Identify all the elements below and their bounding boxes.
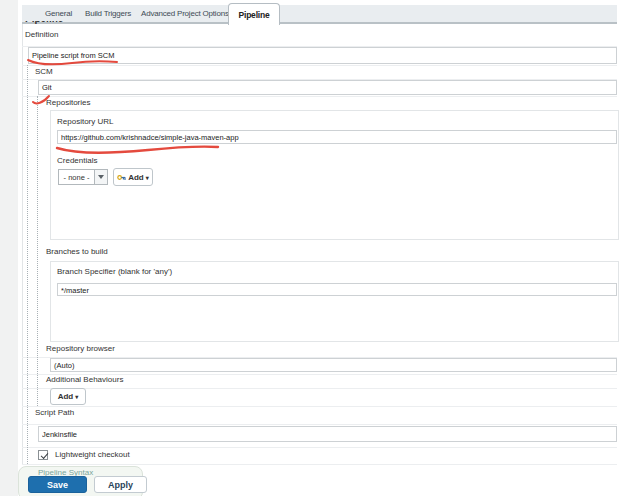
- repository-url-input[interactable]: [57, 130, 617, 144]
- branch-specifier-input[interactable]: [57, 283, 617, 296]
- row-separator: [22, 447, 617, 448]
- credentials-select[interactable]: - none -: [58, 169, 95, 185]
- jenkins-pipeline-config-page: General Build Triggers Advanced Project …: [0, 0, 624, 496]
- credentials-add-button[interactable]: Add ▾: [113, 168, 153, 186]
- save-button[interactable]: Save: [28, 476, 87, 493]
- scm-select[interactable]: Git: [38, 80, 617, 95]
- repository-browser-value: (Auto): [54, 361, 74, 370]
- credentials-select-chevron[interactable]: [95, 169, 108, 185]
- row-separator: [22, 388, 617, 389]
- content-left-border: [22, 24, 23, 465]
- repositories-label: Repositories: [46, 98, 90, 107]
- row-separator: [22, 424, 617, 425]
- nesting-guide-line: [27, 65, 28, 464]
- row-separator: [22, 65, 617, 66]
- chevron-down-icon: [98, 175, 104, 179]
- script-path-label: Script Path: [35, 408, 74, 417]
- apply-button[interactable]: Apply: [94, 476, 147, 493]
- tab-build-triggers[interactable]: Build Triggers: [85, 9, 131, 18]
- script-path-input[interactable]: [38, 426, 617, 442]
- caret-down-icon: ▾: [146, 174, 149, 181]
- nesting-guide-line: [37, 96, 38, 406]
- credentials-label: Credentials: [57, 156, 97, 165]
- additional-behaviours-add-button[interactable]: Add ▾: [50, 388, 86, 405]
- branches-to-build-label: Branches to build: [46, 247, 108, 256]
- caret-down-icon: ▾: [75, 393, 78, 400]
- definition-label: Definition: [25, 30, 58, 39]
- row-separator: [22, 406, 617, 407]
- page-left-margin: [0, 0, 18, 496]
- tab-pipeline-active[interactable]: Pipeline: [228, 3, 280, 25]
- lightweight-checkout-checkbox[interactable]: [38, 450, 48, 460]
- row-separator: [22, 96, 617, 97]
- repository-browser-label: Repository browser: [46, 344, 115, 353]
- tab-general[interactable]: General: [45, 9, 72, 18]
- branch-specifier-label: Branch Specifier (blank for 'any'): [57, 267, 172, 276]
- repository-browser-select[interactable]: (Auto): [50, 358, 617, 372]
- additional-add-label: Add: [58, 392, 74, 401]
- scm-select-value: Git: [42, 83, 52, 92]
- tab-advanced-project-options[interactable]: Advanced Project Options: [141, 9, 229, 18]
- definition-select[interactable]: Pipeline script from SCM: [28, 47, 617, 64]
- row-separator: [22, 464, 617, 465]
- repository-url-label: Repository URL: [57, 117, 113, 126]
- credentials-add-label: Add: [128, 173, 144, 182]
- lightweight-checkout-label: Lightweight checkout: [55, 450, 130, 459]
- credentials-select-value: - none -: [64, 173, 90, 182]
- checkmark-icon: [40, 451, 48, 459]
- scm-label: SCM: [35, 67, 53, 76]
- definition-select-value: Pipeline script from SCM: [32, 51, 115, 60]
- key-icon: [117, 173, 126, 182]
- section-heading-clipped: Pipeline: [25, 21, 105, 26]
- additional-behaviours-label: Additional Behaviours: [46, 375, 123, 384]
